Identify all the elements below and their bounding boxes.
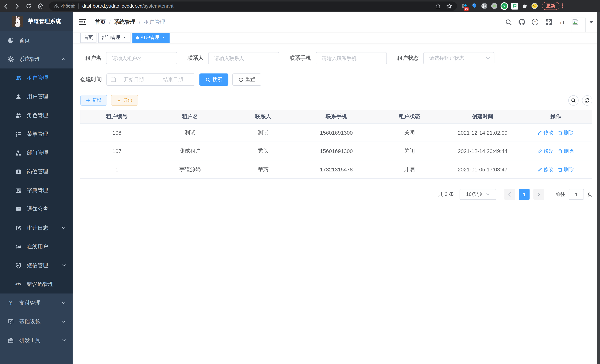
breadcrumb-system[interactable]: 系统管理 [114,19,135,25]
chevron-down-icon [62,320,66,323]
goto-page-input[interactable] [569,189,584,200]
tag-dept[interactable]: 部门管理 × [98,33,131,43]
sidebar-logo-row[interactable]: 芋道管理系统 [0,12,73,31]
back-arrow-icon [3,3,9,9]
sidebar-item-dev-tools[interactable]: 研发工具 [0,331,73,350]
tag-home[interactable]: 首页 [80,33,96,43]
sidebar-item-notice[interactable]: 通知公告 [0,200,73,219]
close-icon[interactable]: × [161,35,166,40]
browser-scrollbar[interactable] [597,12,600,364]
extension-badge: 10 [464,7,469,10]
github-icon [518,18,525,26]
user-avatar[interactable] [571,18,585,32]
edit-button[interactable]: 修改 [538,166,554,173]
browser-reload-button[interactable] [23,3,35,9]
tenant-table: 租户编号 租户名 联系人 联系手机 租户状态 创建时间 操作 108 测试 测试… [80,110,592,179]
sidebar-item-post[interactable]: 岗位管理 [0,162,73,181]
sidebar-item-error-code[interactable]: </> 错误码管理 [0,275,73,293]
address-bar[interactable]: 不安全 dashboard.yudao.iocoder.cn/system/te… [49,1,457,10]
show-search-toggle-button[interactable] [568,95,579,106]
extension-stack-icon[interactable]: 10 [461,2,468,9]
extension-y-icon[interactable]: Y [501,2,508,10]
chevron-down-icon [486,193,490,196]
export-button[interactable]: 导出 [111,95,138,106]
help-button[interactable]: ? [528,18,542,26]
sidebar-item-menu[interactable]: 菜单管理 [0,125,73,143]
sidebar-item-system[interactable]: 系统管理 [0,50,73,68]
extension-chat-icon[interactable] [511,2,518,9]
avatar-caret-icon[interactable] [589,21,593,23]
extension-balloon-icon[interactable] [471,2,478,9]
next-page-button[interactable] [533,189,544,200]
prev-page-button[interactable] [504,189,515,200]
system-submenu: 租户管理 用户管理 角色管理 菜单管理 部门管理 [0,68,73,293]
extension-command-icon[interactable] [481,2,488,9]
yen-icon: ¥ [8,300,14,306]
edit-button[interactable]: 修改 [538,148,554,154]
tenant-name-label: 租户名 [80,55,106,62]
sidebar-item-user[interactable]: 用户管理 [0,87,73,106]
sidebar-item-infra[interactable]: 基础设施 [0,312,73,331]
security-label[interactable]: 不安全 [61,3,75,9]
delete-button[interactable]: 删除 [558,166,574,173]
org-tree-icon [15,150,21,156]
start-date-placeholder[interactable]: 开始日期 [116,76,152,83]
bookmark-star-icon[interactable] [446,3,452,9]
sidebar-collapse-button[interactable] [79,19,86,25]
add-button[interactable]: 新增 [80,95,107,106]
refresh-table-button[interactable] [582,95,592,106]
goto-label: 前往 [555,191,565,198]
delete-button[interactable]: 删除 [558,129,574,136]
extension-dot-icon[interactable] [490,2,497,9]
sidebar-item-audit-log[interactable]: 审计日志 [0,219,73,237]
active-dot [136,36,139,39]
current-page[interactable]: 1 [519,189,530,200]
github-link[interactable] [515,18,528,26]
page-size-select[interactable]: 10条/页 [459,189,496,200]
fullscreen-button[interactable] [542,19,555,25]
browser-update-button[interactable]: 更新 [542,2,560,10]
sidebar-item-sms[interactable]: 短信管理 [0,256,73,275]
browser-forward-button[interactable] [11,3,23,9]
tenant-name-input[interactable] [106,52,177,64]
reload-icon [26,3,32,9]
extension-puzzle-icon[interactable] [521,2,528,9]
close-icon[interactable]: × [122,35,127,40]
search-button[interactable]: 搜索 [199,74,229,86]
table-toolbar: 新增 导出 [80,95,592,106]
sidebar-item-home[interactable]: 首页 [0,31,73,50]
user-icon [15,93,21,100]
tenants-icon [15,75,21,81]
delete-button[interactable]: 删除 [558,148,574,154]
shield-check-icon [15,262,21,269]
breadcrumb-home[interactable]: 首页 [95,19,106,25]
browser-back-button[interactable] [0,3,11,9]
status-label: 租户状态 [397,55,423,62]
header-search-button[interactable] [502,19,515,25]
download-icon [117,98,121,103]
browser-home-button[interactable] [35,3,46,9]
status-select[interactable]: 请选择租户状态 [423,52,494,64]
sidebar-item-dept[interactable]: 部门管理 [0,143,73,162]
edit-pen-icon [538,149,543,153]
sidebar-item-dict[interactable]: 字典管理 [0,181,73,200]
sidebar-item-online-user[interactable]: 在线用户 [0,237,73,256]
font-size-button[interactable]: TT [555,19,569,25]
chevron-right-icon [537,192,540,197]
briefcase-icon [8,337,14,343]
create-time-range-picker[interactable]: 开始日期 - 结束日期 [106,74,195,86]
sidebar-item-tenant[interactable]: 租户管理 [0,68,73,87]
sidebar-item-pay[interactable]: ¥ 支付管理 [0,293,73,312]
end-date-placeholder[interactable]: 结束日期 [155,76,191,83]
mobile-input[interactable] [316,52,387,64]
browser-menu-icon[interactable] [562,3,563,8]
share-icon[interactable] [435,3,441,9]
reset-button[interactable]: 重置 [232,74,262,86]
extension-emoji-icon[interactable] [531,2,538,9]
trash-icon [558,149,563,153]
contact-input[interactable] [208,52,279,64]
sidebar-item-role[interactable]: 角色管理 [0,106,73,125]
edit-button[interactable]: 修改 [538,129,554,136]
tag-tenant[interactable]: 租户管理 × [132,33,169,43]
chevron-down-icon [62,226,66,229]
